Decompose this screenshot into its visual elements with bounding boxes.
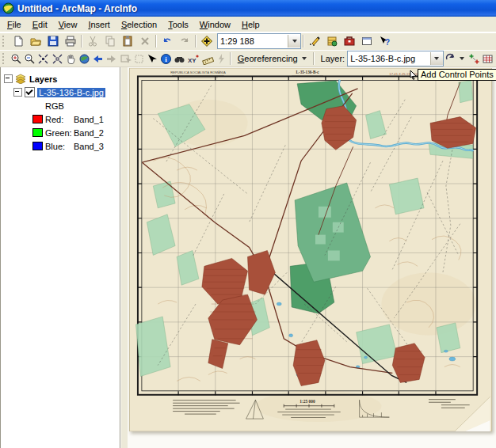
identify-button[interactable]: i <box>159 51 173 66</box>
arctoolbox-button[interactable] <box>341 33 358 49</box>
arccatalog-icon <box>326 35 338 47</box>
arccatalog-button[interactable] <box>323 33 341 49</box>
layer-combo-dropdown-button[interactable] <box>430 52 443 65</box>
arctoolbox-icon <box>343 35 356 47</box>
toc-band-row[interactable]: Blue:Band_3 <box>1 139 120 153</box>
toolbar-grip[interactable] <box>2 36 7 47</box>
georeferencing-menu-button[interactable]: Georeferencing <box>233 51 311 66</box>
toc-root-label[interactable]: Layers <box>29 74 57 84</box>
go-to-xy-button[interactable]: XY <box>186 51 200 66</box>
add-control-points-button[interactable] <box>467 51 481 66</box>
new-document-button[interactable] <box>10 33 27 49</box>
collapse-icon[interactable] <box>4 74 13 83</box>
paste-button[interactable] <box>119 33 136 49</box>
scanned-map-image[interactable]: REPUBLICA SOCIALISTĂ ROMÂNIA L-35-136-B-… <box>129 68 492 431</box>
print-button[interactable] <box>62 33 79 49</box>
toc-layer-row[interactable]: L-35-136-B-c.jpg <box>1 85 120 99</box>
go-to-xy-icon: XY <box>187 53 200 65</box>
add-control-points-tooltip: Add Control Points <box>418 69 496 81</box>
band-channel-label: Red: <box>45 115 74 124</box>
help-cursor-icon: ? <box>378 35 391 47</box>
map-sheet-title: L-35-136-B-c <box>296 70 320 74</box>
map-scale-value[interactable]: 1:29 188 <box>218 36 288 46</box>
cut-scissors-icon <box>86 35 99 47</box>
menu-help[interactable]: Help <box>236 18 265 31</box>
menu-edit[interactable]: Edit <box>27 18 53 31</box>
title-bar[interactable]: Untitled - ArcMap - ArcInfo <box>0 0 496 17</box>
toc-map-splitter[interactable] <box>120 67 128 448</box>
select-arrow-icon <box>147 53 158 65</box>
undo-arrow-icon <box>161 35 174 47</box>
fixed-zoom-out-button[interactable] <box>50 51 63 66</box>
add-data-button[interactable] <box>198 33 216 49</box>
layer-visibility-checkbox[interactable] <box>25 87 35 97</box>
toc-layer-name[interactable]: L-35-136-B-c.jpg <box>37 88 105 97</box>
fixed-zoom-in-button[interactable] <box>36 51 50 66</box>
toc-band-row[interactable]: Green:Band_2 <box>1 126 120 139</box>
hyperlink-button[interactable] <box>215 51 228 66</box>
arcmap-app-icon <box>2 2 14 14</box>
georef-layer-combo[interactable]: L-35-136-B-c.jpg <box>347 51 444 66</box>
open-button[interactable] <box>27 33 44 49</box>
find-button[interactable] <box>173 51 186 66</box>
chevron-down-icon <box>434 57 439 60</box>
toc-root-row[interactable]: Layers <box>1 72 120 85</box>
full-extent-globe-icon <box>78 53 90 65</box>
rotate-icon <box>444 53 456 65</box>
copy-button[interactable] <box>101 33 119 49</box>
find-binoculars-icon <box>174 53 185 65</box>
scale-combo-dropdown-button[interactable] <box>288 35 300 47</box>
go-forward-extent-button[interactable] <box>105 51 118 66</box>
lightning-icon <box>216 53 227 65</box>
blue-band-swatch <box>32 142 43 150</box>
undo-button[interactable] <box>158 33 176 49</box>
band-name-label: Band_3 <box>74 142 104 151</box>
command-line-button[interactable] <box>358 33 376 49</box>
zoom-in-button[interactable] <box>10 51 23 66</box>
save-floppy-icon <box>47 35 59 47</box>
toolbar-grip[interactable] <box>2 53 7 64</box>
georef-layer-value[interactable]: L-35-136-B-c.jpg <box>348 54 430 63</box>
map-scale-label: 1:25 000 <box>300 399 315 404</box>
whats-this-button[interactable]: ? <box>376 33 393 49</box>
zoom-in-icon <box>10 53 22 65</box>
menu-selection[interactable]: Selection <box>116 18 162 31</box>
band-name-label: Band_2 <box>74 128 104 138</box>
forward-arrow-icon <box>105 53 117 65</box>
menu-insert[interactable]: Insert <box>82 18 116 31</box>
save-button[interactable] <box>44 33 62 49</box>
fixed-zoom-out-icon <box>52 53 63 65</box>
menu-file[interactable]: File <box>2 18 27 31</box>
view-link-table-button[interactable] <box>481 51 494 66</box>
select-elements-button[interactable] <box>146 51 159 66</box>
copy-icon <box>104 35 116 47</box>
mouse-cursor-icon <box>410 70 418 80</box>
command-window-icon <box>361 35 373 47</box>
identify-icon: i <box>160 53 172 65</box>
toc-renderer-row[interactable]: RGB <box>1 99 120 112</box>
go-back-extent-button[interactable] <box>91 51 105 66</box>
map-canvas[interactable]: REPUBLICA SOCIALISTĂ ROMÂNIA L-35-136-B-… <box>128 67 496 448</box>
auto-adjust-button[interactable] <box>444 51 457 66</box>
window-title: Untitled - ArcMap - ArcInfo <box>17 3 137 14</box>
redo-button[interactable] <box>176 33 193 49</box>
pan-button[interactable] <box>64 51 78 66</box>
measure-button[interactable] <box>200 51 214 66</box>
pan-hand-icon <box>65 53 77 65</box>
collapse-icon[interactable] <box>13 88 22 97</box>
clear-selected-button[interactable] <box>132 51 146 66</box>
menu-tools[interactable]: Tools <box>162 18 194 31</box>
map-scale-combo[interactable]: 1:29 188 <box>217 33 301 49</box>
zoom-out-button[interactable] <box>23 51 36 66</box>
delete-button[interactable] <box>136 33 154 49</box>
menu-view[interactable]: View <box>53 18 83 31</box>
editor-toolbar-button[interactable] <box>306 33 323 49</box>
select-features-button[interactable] <box>118 51 132 66</box>
svg-text:REPUBLICA SOCIALISTĂ ROMÂNIA: REPUBLICA SOCIALISTĂ ROMÂNIA <box>170 70 226 74</box>
menu-window[interactable]: Window <box>194 18 236 31</box>
auto-adjust-dropdown-button[interactable] <box>457 51 467 66</box>
paste-clipboard-icon <box>121 35 134 47</box>
full-extent-button[interactable] <box>78 51 91 66</box>
toc-band-row[interactable]: Red:Band_1 <box>1 112 120 126</box>
cut-button[interactable] <box>84 33 101 49</box>
